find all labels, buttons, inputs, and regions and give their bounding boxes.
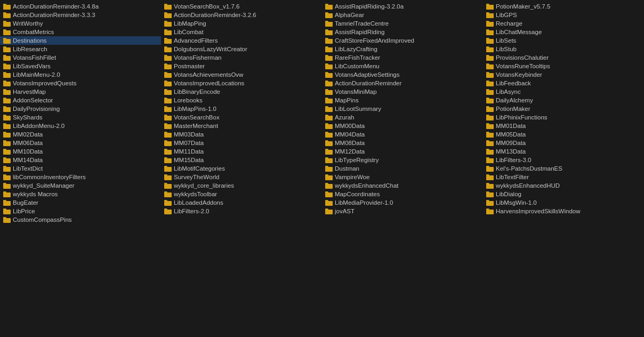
list-item[interactable]: MM11Data bbox=[161, 147, 322, 156]
list-item[interactable]: MasterMerchant bbox=[161, 122, 322, 130]
list-item[interactable]: VotansRuneTooltips bbox=[483, 62, 644, 70]
list-item[interactable]: MM06Data bbox=[0, 139, 161, 147]
list-item[interactable]: LibLoadedAddons bbox=[161, 198, 322, 207]
list-item[interactable]: LibAddonMenu-2.0 bbox=[0, 122, 161, 130]
list-item[interactable]: CombatMetrics bbox=[0, 28, 161, 36]
list-item[interactable]: DailyProvisioning bbox=[0, 105, 161, 113]
list-item[interactable]: MM00Data bbox=[322, 122, 483, 130]
list-item[interactable]: VampireWoe bbox=[322, 173, 483, 181]
list-item[interactable]: MM02Data bbox=[0, 130, 161, 139]
list-item[interactable]: VotansKeybinder bbox=[483, 70, 644, 79]
list-item[interactable]: MM04Data bbox=[322, 130, 483, 139]
list-item[interactable]: LibStub bbox=[483, 45, 644, 53]
list-item[interactable]: CraftStoreFixedAndImproved bbox=[322, 36, 483, 45]
list-item[interactable]: HarvestMap bbox=[0, 87, 161, 96]
list-item[interactable]: jovAST bbox=[322, 207, 483, 215]
list-item[interactable]: CustomCompassPins bbox=[0, 215, 161, 224]
list-item[interactable]: LibCombat bbox=[161, 28, 322, 36]
list-item[interactable]: LibPhinixFunctions bbox=[483, 113, 644, 122]
list-item[interactable]: PotionMaker_v5.7.5 bbox=[483, 2, 644, 11]
list-item[interactable]: wykkydsEnhancedHUD bbox=[483, 181, 644, 190]
list-item[interactable]: VotanSearchBox bbox=[161, 113, 322, 122]
list-item[interactable]: Destinations bbox=[0, 36, 161, 45]
list-item[interactable]: Dustman bbox=[322, 164, 483, 173]
list-item[interactable]: MM13Data bbox=[483, 147, 644, 156]
list-item[interactable]: LibFeedback bbox=[483, 79, 644, 87]
list-item[interactable]: HarvensImprovedSkillsWindow bbox=[483, 207, 644, 215]
list-item[interactable]: RareFishTracker bbox=[322, 53, 483, 62]
list-item[interactable]: LibTextFilter bbox=[483, 173, 644, 181]
list-item[interactable]: VotansFisherman bbox=[161, 53, 322, 62]
list-item[interactable]: TamrielTradeCentre bbox=[322, 19, 483, 28]
list-item[interactable]: WritWorthy bbox=[0, 19, 161, 28]
list-item[interactable]: VotanSearchBox_v1.7.6 bbox=[161, 2, 322, 11]
list-item[interactable]: LibFilters-2.0 bbox=[161, 207, 322, 215]
list-item[interactable]: ActionDurationReminder bbox=[322, 79, 483, 87]
list-item[interactable]: AssistRapidRiding-3.2.0a bbox=[322, 2, 483, 11]
list-item[interactable]: LibPrice bbox=[0, 207, 161, 215]
list-item[interactable]: MM14Data bbox=[0, 156, 161, 164]
list-item[interactable]: wykkyd_core_libraries bbox=[161, 181, 322, 190]
list-item[interactable]: wykkydsEnhancedChat bbox=[322, 181, 483, 190]
list-item[interactable]: MapCoordinates bbox=[322, 190, 483, 198]
list-item[interactable]: LibMsgWin-1.0 bbox=[483, 198, 644, 207]
list-item[interactable]: VotansAchievementsOvw bbox=[161, 70, 322, 79]
list-item[interactable]: MapPins bbox=[322, 96, 483, 105]
list-item[interactable]: BugEater bbox=[0, 198, 161, 207]
list-item[interactable]: LibChatMessage bbox=[483, 28, 644, 36]
list-item[interactable]: VotansAdaptiveSettings bbox=[322, 70, 483, 79]
list-item[interactable]: VotansFishFillet bbox=[0, 53, 161, 62]
list-item[interactable]: MM05Data bbox=[483, 130, 644, 139]
list-item[interactable]: AdvancedFilters bbox=[161, 36, 322, 45]
list-item[interactable]: SurveyTheWorld bbox=[161, 173, 322, 181]
list-item[interactable]: MM12Data bbox=[322, 147, 483, 156]
list-item[interactable]: MM08Data bbox=[322, 139, 483, 147]
list-item[interactable]: LibTypeRegistry bbox=[322, 156, 483, 164]
list-item[interactable]: Postmaster bbox=[161, 62, 322, 70]
list-item[interactable]: LibLootSummary bbox=[322, 105, 483, 113]
list-item[interactable]: LibLazyCrafting bbox=[322, 45, 483, 53]
list-item[interactable]: VotansMiniMap bbox=[322, 87, 483, 96]
list-item[interactable]: MM09Data bbox=[483, 139, 644, 147]
list-item[interactable]: SkyShards bbox=[0, 113, 161, 122]
list-item[interactable]: LibCustomMenu bbox=[322, 62, 483, 70]
list-item[interactable]: LibResearch bbox=[0, 45, 161, 53]
list-item[interactable]: LibMapPing bbox=[161, 19, 322, 28]
list-item[interactable]: libCommonInventoryFilters bbox=[0, 173, 161, 181]
list-item[interactable]: wykkyds Macros bbox=[0, 190, 161, 198]
list-item[interactable]: AssistRapidRiding bbox=[322, 28, 483, 36]
list-item[interactable]: VotansImprovedLocations bbox=[161, 79, 322, 87]
list-item[interactable]: Lorebooks bbox=[161, 96, 322, 105]
list-item[interactable]: LibMotifCategories bbox=[161, 164, 322, 173]
list-item[interactable]: ActionDurationReminder-3.4.8a bbox=[0, 2, 161, 11]
list-item[interactable]: LibMediaProvider-1.0 bbox=[322, 198, 483, 207]
list-item[interactable]: DolgubonsLazyWritCreator bbox=[161, 45, 322, 53]
list-item[interactable]: LibGPS bbox=[483, 11, 644, 19]
list-item[interactable]: LibAsync bbox=[483, 87, 644, 96]
list-item[interactable]: Kel's-PatchsDustmanES bbox=[483, 164, 644, 173]
list-item[interactable]: LibMapPins-1.0 bbox=[161, 105, 322, 113]
list-item[interactable]: MM03Data bbox=[161, 130, 322, 139]
list-item[interactable]: MM07Data bbox=[161, 139, 322, 147]
list-item[interactable]: LibSavedVars bbox=[0, 62, 161, 70]
list-item[interactable]: VotansImprovedQuests bbox=[0, 79, 161, 87]
list-item[interactable]: wykkydsToolbar bbox=[161, 190, 322, 198]
list-item[interactable]: MM01Data bbox=[483, 122, 644, 130]
list-item[interactable]: LibSets bbox=[483, 36, 644, 45]
list-item[interactable]: PotionMaker bbox=[483, 105, 644, 113]
list-item[interactable]: AddonSelector bbox=[0, 96, 161, 105]
list-item[interactable]: LibFilters-3.0 bbox=[483, 156, 644, 164]
list-item[interactable]: ActionDurationReminder-3.3.3 bbox=[0, 11, 161, 19]
list-item[interactable]: ActionDurationReminder-3.2.6 bbox=[161, 11, 322, 19]
list-item[interactable]: Recharge bbox=[483, 19, 644, 28]
list-item[interactable]: ProvisionsChalutier bbox=[483, 53, 644, 62]
list-item[interactable]: MM10Data bbox=[0, 147, 161, 156]
list-item[interactable]: AlphaGear bbox=[322, 11, 483, 19]
list-item[interactable]: MM15Data bbox=[161, 156, 322, 164]
list-item[interactable]: LibBinaryEncode bbox=[161, 87, 322, 96]
list-item[interactable]: DailyAlchemy bbox=[483, 96, 644, 105]
list-item[interactable]: LibMainMenu-2.0 bbox=[0, 70, 161, 79]
list-item[interactable]: LibTextDict bbox=[0, 164, 161, 173]
list-item[interactable]: LibDialog bbox=[483, 190, 644, 198]
list-item[interactable]: Azurah bbox=[322, 113, 483, 122]
